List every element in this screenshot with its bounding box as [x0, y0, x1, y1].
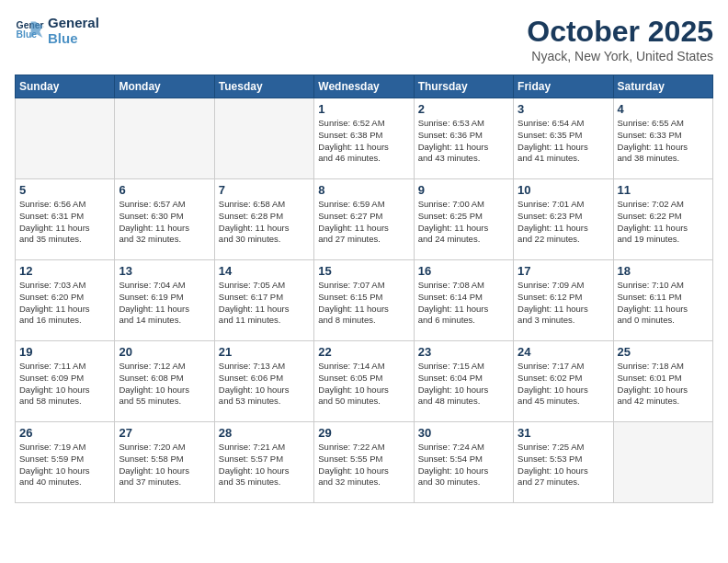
cell-text: Sunrise: 7:20 AMSunset: 5:58 PMDaylight:…: [119, 442, 210, 488]
weekday-header-saturday: Saturday: [613, 75, 712, 98]
week-row-3: 12Sunrise: 7:03 AMSunset: 6:20 PMDayligh…: [16, 260, 713, 341]
day-number: 19: [19, 345, 110, 359]
calendar-cell: [214, 98, 313, 179]
cell-text: Sunrise: 7:24 AMSunset: 5:54 PMDaylight:…: [418, 442, 509, 488]
calendar-cell: 19Sunrise: 7:11 AMSunset: 6:09 PMDayligh…: [16, 341, 115, 422]
calendar-cell: [16, 98, 115, 179]
cell-text: Sunrise: 6:59 AMSunset: 6:27 PMDaylight:…: [318, 199, 409, 246]
cell-text: Sunrise: 7:17 AMSunset: 6:02 PMDaylight:…: [518, 361, 609, 408]
day-number: 1: [318, 102, 409, 116]
cell-text: Sunrise: 7:12 AMSunset: 6:08 PMDaylight:…: [119, 361, 210, 408]
day-number: 16: [418, 264, 509, 278]
day-number: 13: [119, 264, 210, 278]
calendar-cell: 23Sunrise: 7:15 AMSunset: 6:04 PMDayligh…: [414, 341, 513, 422]
calendar-cell: 22Sunrise: 7:14 AMSunset: 6:05 PMDayligh…: [314, 341, 414, 422]
cell-text: Sunrise: 7:21 AMSunset: 5:57 PMDaylight:…: [219, 442, 310, 488]
cell-text: Sunrise: 7:09 AMSunset: 6:12 PMDaylight:…: [518, 280, 609, 327]
cell-text: Sunrise: 7:08 AMSunset: 6:14 PMDaylight:…: [418, 280, 509, 327]
day-number: 18: [618, 264, 709, 278]
cell-text: Sunrise: 7:07 AMSunset: 6:15 PMDaylight:…: [318, 280, 409, 327]
calendar-cell: 24Sunrise: 7:17 AMSunset: 6:02 PMDayligh…: [514, 341, 613, 422]
logo-icon: General Blue: [15, 16, 44, 45]
calendar-table: SundayMondayTuesdayWednesdayThursdayFrid…: [15, 75, 713, 503]
cell-text: Sunrise: 6:52 AMSunset: 6:38 PMDaylight:…: [318, 118, 409, 165]
calendar-cell: 5Sunrise: 6:56 AMSunset: 6:31 PMDaylight…: [16, 179, 115, 260]
cell-text: Sunrise: 7:05 AMSunset: 6:17 PMDaylight:…: [219, 280, 310, 327]
day-number: 8: [318, 183, 409, 197]
calendar-cell: 26Sunrise: 7:19 AMSunset: 5:59 PMDayligh…: [16, 422, 115, 503]
calendar-cell: 8Sunrise: 6:59 AMSunset: 6:27 PMDaylight…: [314, 179, 414, 260]
cell-text: Sunrise: 7:14 AMSunset: 6:05 PMDaylight:…: [318, 361, 409, 408]
cell-text: Sunrise: 6:56 AMSunset: 6:31 PMDaylight:…: [19, 199, 110, 246]
day-number: 21: [219, 345, 310, 359]
week-row-4: 19Sunrise: 7:11 AMSunset: 6:09 PMDayligh…: [16, 341, 713, 422]
day-number: 22: [318, 345, 409, 359]
week-row-5: 26Sunrise: 7:19 AMSunset: 5:59 PMDayligh…: [16, 422, 713, 503]
calendar-cell: 7Sunrise: 6:58 AMSunset: 6:28 PMDaylight…: [214, 179, 313, 260]
calendar-cell: 30Sunrise: 7:24 AMSunset: 5:54 PMDayligh…: [414, 422, 513, 503]
cell-text: Sunrise: 7:03 AMSunset: 6:20 PMDaylight:…: [19, 280, 110, 327]
cell-text: Sunrise: 7:15 AMSunset: 6:04 PMDaylight:…: [418, 361, 509, 408]
location-text: Nyack, New York, United States: [527, 49, 713, 63]
weekday-header-monday: Monday: [115, 75, 214, 98]
cell-text: Sunrise: 7:02 AMSunset: 6:22 PMDaylight:…: [618, 199, 709, 246]
calendar-cell: 20Sunrise: 7:12 AMSunset: 6:08 PMDayligh…: [115, 341, 214, 422]
logo-text-line2: Blue: [48, 30, 99, 46]
weekday-header-wednesday: Wednesday: [314, 75, 414, 98]
cell-text: Sunrise: 6:54 AMSunset: 6:35 PMDaylight:…: [518, 118, 609, 165]
calendar-cell: 9Sunrise: 7:00 AMSunset: 6:25 PMDaylight…: [414, 179, 513, 260]
calendar-cell: 21Sunrise: 7:13 AMSunset: 6:06 PMDayligh…: [214, 341, 313, 422]
day-number: 3: [518, 102, 609, 116]
calendar-cell: [115, 98, 214, 179]
day-number: 2: [418, 102, 509, 116]
calendar-cell: 17Sunrise: 7:09 AMSunset: 6:12 PMDayligh…: [514, 260, 613, 341]
calendar-cell: 10Sunrise: 7:01 AMSunset: 6:23 PMDayligh…: [514, 179, 613, 260]
day-number: 15: [318, 264, 409, 278]
calendar-cell: 28Sunrise: 7:21 AMSunset: 5:57 PMDayligh…: [214, 422, 313, 503]
cell-text: Sunrise: 7:22 AMSunset: 5:55 PMDaylight:…: [318, 442, 409, 488]
calendar-cell: 11Sunrise: 7:02 AMSunset: 6:22 PMDayligh…: [613, 179, 712, 260]
cell-text: Sunrise: 6:57 AMSunset: 6:30 PMDaylight:…: [119, 199, 210, 246]
cell-text: Sunrise: 7:01 AMSunset: 6:23 PMDaylight:…: [518, 199, 609, 246]
calendar-cell: 4Sunrise: 6:55 AMSunset: 6:33 PMDaylight…: [613, 98, 712, 179]
logo: General Blue General Blue: [15, 15, 99, 46]
cell-text: Sunrise: 6:58 AMSunset: 6:28 PMDaylight:…: [219, 199, 310, 246]
calendar-cell: 25Sunrise: 7:18 AMSunset: 6:01 PMDayligh…: [613, 341, 712, 422]
calendar-cell: 18Sunrise: 7:10 AMSunset: 6:11 PMDayligh…: [613, 260, 712, 341]
page-header: General Blue General Blue October 2025 N…: [15, 15, 713, 63]
calendar-cell: 27Sunrise: 7:20 AMSunset: 5:58 PMDayligh…: [115, 422, 214, 503]
cell-text: Sunrise: 6:55 AMSunset: 6:33 PMDaylight:…: [618, 118, 709, 165]
day-number: 31: [518, 426, 609, 440]
day-number: 23: [418, 345, 509, 359]
day-number: 29: [318, 426, 409, 440]
day-number: 6: [119, 183, 210, 197]
cell-text: Sunrise: 7:18 AMSunset: 6:01 PMDaylight:…: [618, 361, 709, 408]
calendar-cell: 31Sunrise: 7:25 AMSunset: 5:53 PMDayligh…: [514, 422, 613, 503]
day-number: 28: [219, 426, 310, 440]
day-number: 26: [19, 426, 110, 440]
weekday-header-tuesday: Tuesday: [214, 75, 313, 98]
calendar-cell: 12Sunrise: 7:03 AMSunset: 6:20 PMDayligh…: [16, 260, 115, 341]
day-number: 24: [518, 345, 609, 359]
cell-text: Sunrise: 7:13 AMSunset: 6:06 PMDaylight:…: [219, 361, 310, 408]
cell-text: Sunrise: 7:10 AMSunset: 6:11 PMDaylight:…: [618, 280, 709, 327]
calendar-cell: 3Sunrise: 6:54 AMSunset: 6:35 PMDaylight…: [514, 98, 613, 179]
calendar-cell: [613, 422, 712, 503]
weekday-header-row: SundayMondayTuesdayWednesdayThursdayFrid…: [16, 75, 713, 98]
day-number: 9: [418, 183, 509, 197]
logo-text-line1: General: [48, 15, 99, 30]
cell-text: Sunrise: 6:53 AMSunset: 6:36 PMDaylight:…: [418, 118, 509, 165]
week-row-2: 5Sunrise: 6:56 AMSunset: 6:31 PMDaylight…: [16, 179, 713, 260]
weekday-header-thursday: Thursday: [414, 75, 513, 98]
day-number: 12: [19, 264, 110, 278]
day-number: 25: [618, 345, 709, 359]
month-title: October 2025: [527, 15, 713, 49]
day-number: 20: [119, 345, 210, 359]
title-block: October 2025 Nyack, New York, United Sta…: [527, 15, 713, 63]
calendar-cell: 13Sunrise: 7:04 AMSunset: 6:19 PMDayligh…: [115, 260, 214, 341]
calendar-cell: 29Sunrise: 7:22 AMSunset: 5:55 PMDayligh…: [314, 422, 414, 503]
cell-text: Sunrise: 7:00 AMSunset: 6:25 PMDaylight:…: [418, 199, 509, 246]
cell-text: Sunrise: 7:25 AMSunset: 5:53 PMDaylight:…: [518, 442, 609, 488]
calendar-cell: 16Sunrise: 7:08 AMSunset: 6:14 PMDayligh…: [414, 260, 513, 341]
calendar-cell: 2Sunrise: 6:53 AMSunset: 6:36 PMDaylight…: [414, 98, 513, 179]
